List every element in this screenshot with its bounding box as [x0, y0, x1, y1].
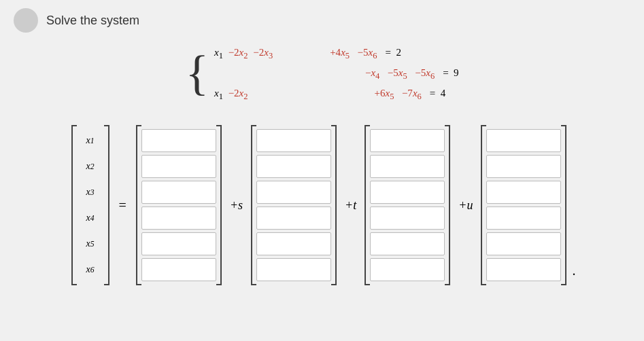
operator-u: +u [453, 198, 478, 213]
col4-right-bracket [561, 125, 568, 285]
col2-cells [256, 125, 331, 285]
col1-cell-5 [141, 232, 216, 255]
var-x3: x3 [77, 181, 104, 204]
col1-cell-1 [141, 129, 216, 152]
eq3-x2: −2x2 [228, 84, 248, 105]
col1-right-bracket [216, 125, 223, 285]
variable-vector: x1 x2 x3 x4 x5 x6 [70, 125, 111, 285]
col1-left-bracket [135, 125, 141, 285]
col3-cell-4 [370, 207, 445, 230]
col1-cells [141, 125, 216, 285]
equations-lines: x1 −2x2 −2x3 +4x5 −5x6 = 2 −x4 [214, 41, 459, 105]
equals-sign: = [112, 198, 133, 213]
eq1-x3: −2x3 [253, 43, 273, 65]
var-x5: x5 [77, 232, 104, 255]
solution-col-1 [135, 125, 223, 285]
col3-right-bracket [445, 125, 452, 285]
col2-cell-3 [256, 181, 331, 204]
col4-cell-4 [486, 207, 561, 230]
col3-cell-1 [370, 129, 445, 152]
var-x1: x1 [77, 129, 104, 152]
eq1-x1: x1 [214, 43, 223, 65]
col2-cell-5 [256, 232, 331, 255]
solution-col-2 [250, 125, 338, 285]
col4-cell-1 [486, 129, 561, 152]
col1-cell-6 [141, 258, 216, 281]
col4-cells [486, 125, 561, 285]
left-brace: { [185, 48, 209, 97]
col2-cell-1 [256, 129, 331, 152]
brace-container: { x1 −2x2 −2x3 +4x5 −5x6 = 2 [185, 41, 458, 105]
eq3-x1: x1 [214, 84, 223, 105]
period: . [569, 263, 575, 285]
eq1-x6: −5x6 [358, 43, 377, 65]
col4-cell-6 [486, 258, 561, 281]
solution-col-3 [363, 125, 452, 285]
var-x4: x4 [77, 207, 104, 230]
eq1-x2: −2x2 [228, 43, 248, 65]
col4-cell-5 [486, 232, 561, 255]
col4-cell-3 [486, 181, 561, 204]
eq3-x6: −7x6 [402, 84, 422, 105]
equation-row-1: x1 −2x2 −2x3 +4x5 −5x6 = 2 [214, 43, 459, 61]
solution-col-4 [479, 125, 568, 285]
var-x6: x6 [77, 258, 104, 281]
equation-row-3: x1 −2x2 +6x5 −7x6 = 4 [214, 84, 459, 102]
col2-cell-6 [256, 258, 331, 281]
col3-cell-2 [370, 155, 445, 178]
col2-right-bracket [331, 125, 338, 285]
col2-cell-2 [256, 155, 331, 178]
equation-system: { x1 −2x2 −2x3 +4x5 −5x6 = 2 [27, 41, 617, 105]
var-left-bracket [70, 125, 77, 285]
col1-cell-4 [141, 207, 216, 230]
col1-cell-2 [141, 155, 216, 178]
operator-s: +s [224, 198, 248, 213]
col3-cell-5 [370, 232, 445, 255]
avatar [14, 8, 38, 33]
page-title: Solve the system [46, 14, 139, 28]
col3-cells [370, 125, 445, 285]
col3-cell-3 [370, 181, 445, 204]
operator-t: +t [339, 198, 362, 213]
col3-cell-6 [370, 258, 445, 281]
col1-cell-3 [141, 181, 216, 204]
var-x2: x2 [77, 155, 104, 178]
solution-area: x1 x2 x3 x4 x5 x6 = +s [27, 125, 617, 285]
eq1-x5: +4x5 [330, 43, 350, 65]
variable-labels: x1 x2 x3 x4 x5 x6 [77, 125, 104, 285]
eq2-x6: −5x6 [415, 64, 435, 85]
page-header: Solve the system [0, 0, 644, 41]
equation-row-2: −x4 −5x5 −5x6 = 9 [214, 64, 459, 82]
var-right-bracket [104, 125, 111, 285]
col2-cell-4 [256, 207, 331, 230]
eq2-x4: −x4 [365, 64, 379, 85]
main-content: { x1 −2x2 −2x3 +4x5 −5x6 = 2 [0, 41, 644, 285]
eq1-rhs: = 2 [378, 43, 401, 61]
eq3-rhs: = 4 [423, 84, 445, 102]
col4-cell-2 [486, 155, 561, 178]
eq2-x5: −5x5 [388, 64, 407, 85]
eq3-x5: +6x5 [375, 84, 394, 105]
col4-left-bracket [479, 125, 486, 285]
col3-left-bracket [363, 125, 370, 285]
eq2-rhs: = 9 [436, 64, 458, 82]
col2-left-bracket [250, 125, 256, 285]
